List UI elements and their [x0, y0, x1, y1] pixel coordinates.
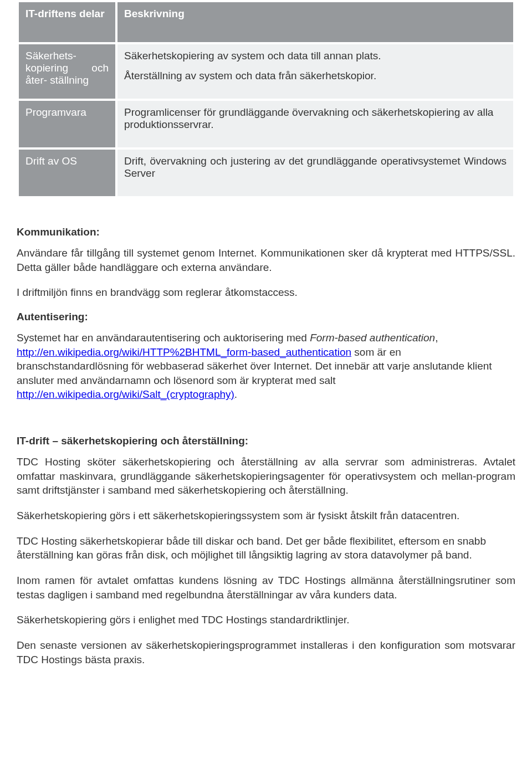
section-heading-itdrift: IT-drift – säkerhetskopiering och återst… [17, 435, 515, 447]
row-label: Säkerhets- kopiering och åter- ställning [19, 44, 115, 99]
link-salt-cryptography[interactable]: http://en.wikipedia.org/wiki/Salt_(crypt… [17, 388, 234, 400]
paragraph: Inom ramen för avtalet omfattas kundens … [17, 573, 515, 602]
row-body: Drift, övervakning och justering av det … [117, 150, 513, 196]
document-page: IT-driftens delar Beskrivning Säkerhets-… [0, 0, 532, 700]
row-body-paragraph: Säkerhetskopiering av system och data ti… [124, 50, 507, 62]
table-row: Säkerhets- kopiering och åter- ställning… [19, 44, 513, 99]
section-heading-autentisering: Autentisering: [17, 311, 515, 323]
section-heading-kommunikation: Kommunikation: [17, 226, 515, 238]
text-run-italic: Form-based authentication [310, 332, 435, 344]
row-body: Programlicenser för grundläggande överva… [117, 101, 513, 147]
link-form-based-auth[interactable]: http://en.wikipedia.org/wiki/HTTP%2BHTML… [17, 346, 351, 358]
row-body: Säkerhetskopiering av system och data ti… [117, 44, 513, 99]
paragraph: Säkerhetskopiering görs i ett säkerhetsk… [17, 509, 515, 523]
paragraph: Den senaste versionen av säkerhetskopier… [17, 638, 515, 667]
text-run: . [234, 388, 237, 400]
text-run: , [435, 332, 438, 344]
paragraph: Användare får tillgång till systemet gen… [17, 246, 515, 274]
row-label: Drift av OS [19, 150, 115, 196]
table-row: Drift av OS Drift, övervakning och juste… [19, 150, 513, 196]
row-body-paragraph: Drift, övervakning och justering av det … [124, 155, 507, 180]
paragraph: TDC Hosting sköter säkerhetskopiering oc… [17, 455, 515, 498]
paragraph: TDC Hosting säkerhetskopierar både till … [17, 534, 515, 562]
row-label: Programvara [19, 101, 115, 147]
paragraph: I driftmiljön finns en brandvägg som reg… [17, 285, 515, 300]
paragraph: Systemet har en användarautentisering oc… [17, 331, 515, 402]
text-run: Systemet har en användarautentisering oc… [17, 332, 310, 344]
table-header-col2: Beskrivning [117, 2, 513, 42]
paragraph: Säkerhetskopiering görs i enlighet med T… [17, 613, 515, 627]
definitions-table: IT-driftens delar Beskrivning Säkerhets-… [17, 0, 515, 198]
row-body-paragraph: Återställning av system och data från sä… [124, 70, 507, 82]
row-body-paragraph: Programlicenser för grundläggande överva… [124, 106, 507, 131]
table-header-col1: IT-driftens delar [19, 2, 115, 42]
table-row: Programvara Programlicenser för grundläg… [19, 101, 513, 147]
